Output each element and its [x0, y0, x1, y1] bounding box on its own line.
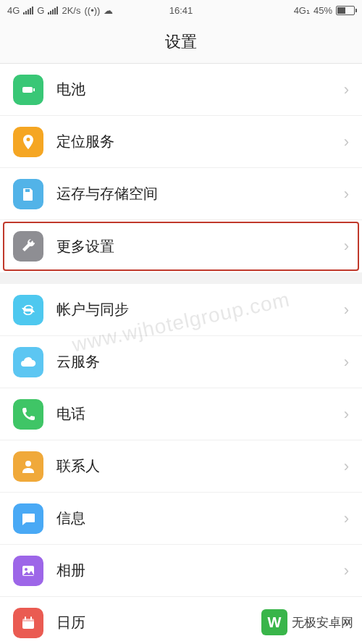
watermark-logo-icon: W	[261, 609, 287, 635]
phone-icon	[13, 399, 43, 430]
row-label: 信息	[56, 509, 344, 528]
battery-icon	[13, 75, 43, 105]
svg-rect-7	[22, 619, 34, 622]
row-label: 运存与存储空间	[56, 184, 344, 204]
net-label-1: 4G	[7, 5, 20, 16]
calendar-icon	[13, 608, 43, 638]
chevron-right-icon: ›	[344, 509, 349, 528]
chevron-right-icon: ›	[344, 133, 349, 151]
watermark: W 无极安卓网	[261, 609, 353, 635]
row-contacts[interactable]: 联系人 ›	[0, 440, 362, 493]
net-right: 4G₁	[294, 5, 310, 16]
row-label: 定位服务	[56, 132, 344, 151]
settings-group-2: 帐户与同步 › 云服务 › 电话 › 联系人 › 信息 › 相册 ›	[0, 284, 362, 644]
watermark-text: 无极安卓网	[292, 614, 353, 631]
row-location[interactable]: 定位服务 ›	[0, 116, 362, 168]
row-gallery[interactable]: 相册 ›	[0, 545, 362, 597]
wrench-icon	[13, 231, 43, 262]
row-label: 联系人	[56, 456, 344, 476]
message-icon	[13, 503, 43, 534]
section-divider	[0, 272, 362, 284]
row-label: 电话	[56, 404, 344, 424]
person-icon	[13, 451, 43, 482]
chevron-right-icon: ›	[344, 457, 349, 476]
settings-group-1: 电池 › 定位服务 › 运存与存储空间 › 更多设置 ›	[0, 64, 362, 272]
row-label: 更多设置	[56, 237, 344, 256]
row-label: 帐户与同步	[56, 300, 344, 319]
cloud-icon	[13, 347, 43, 377]
chevron-right-icon: ›	[344, 80, 349, 99]
chevron-right-icon: ›	[344, 301, 349, 319]
chevron-right-icon: ›	[344, 405, 349, 424]
row-account-sync[interactable]: 帐户与同步 ›	[0, 284, 362, 336]
row-label: 相册	[56, 561, 344, 580]
row-phone[interactable]: 电话 ›	[0, 388, 362, 440]
page-title: 设置	[0, 20, 362, 64]
svg-rect-9	[30, 616, 32, 620]
row-cloud[interactable]: 云服务 ›	[0, 336, 362, 388]
svg-point-5	[25, 568, 28, 571]
svg-rect-1	[33, 88, 35, 91]
battery-percent: 45%	[313, 5, 332, 16]
signal-bars-icon	[23, 7, 33, 14]
row-messages[interactable]: 信息 ›	[0, 493, 362, 545]
chevron-right-icon: ›	[344, 561, 349, 580]
net-label-2: G	[37, 5, 44, 16]
chevron-right-icon: ›	[344, 353, 349, 372]
svg-point-3	[25, 461, 31, 467]
photo-icon	[13, 556, 43, 586]
cloud-status-icon: ☁	[104, 5, 113, 16]
status-right: 4G₁ 45%	[294, 5, 355, 16]
row-more-settings[interactable]: 更多设置 ›	[0, 220, 362, 272]
signal-bars-icon	[48, 7, 58, 14]
svg-rect-0	[22, 87, 33, 93]
row-battery[interactable]: 电池 ›	[0, 64, 362, 116]
location-icon	[13, 127, 43, 157]
storage-icon	[13, 179, 43, 209]
row-label: 云服务	[56, 352, 344, 372]
chevron-right-icon: ›	[344, 237, 349, 256]
status-left: 4G G 2K/s ((•)) ☁	[7, 5, 113, 16]
battery-icon	[336, 6, 355, 15]
net-speed: 2K/s	[62, 5, 80, 16]
sync-icon	[13, 295, 43, 325]
svg-rect-8	[25, 616, 26, 620]
status-bar: 4G G 2K/s ((•)) ☁ 16:41 4G₁ 45%	[0, 0, 362, 20]
row-label: 电池	[56, 80, 344, 99]
chevron-right-icon: ›	[344, 185, 349, 204]
status-time: 16:41	[169, 5, 193, 16]
svg-rect-2	[25, 189, 30, 192]
wifi-hotspot-icon: ((•))	[84, 5, 100, 16]
row-storage[interactable]: 运存与存储空间 ›	[0, 168, 362, 220]
